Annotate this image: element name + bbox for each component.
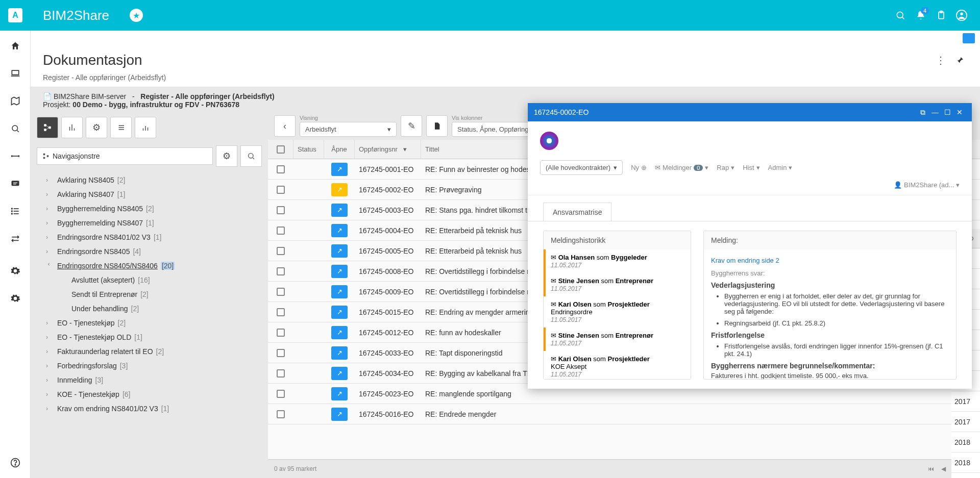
nav-search-button[interactable] <box>240 145 262 167</box>
row-checkbox[interactable] <box>268 324 293 341</box>
tree-item[interactable]: ›Forbedringsforslag [3] <box>31 359 268 373</box>
row-checkbox[interactable] <box>268 406 293 422</box>
history-item[interactable]: ✉ Stine Jensen som Entreprenør11.05.2017 <box>544 328 691 351</box>
tree-mode-button[interactable] <box>37 117 58 138</box>
tree-child-item[interactable]: Sendt til Entreprenør [2] <box>31 287 268 301</box>
open-button[interactable]: ↗ <box>331 367 348 380</box>
th-nr[interactable]: Oppføringsnr ▾ <box>355 140 421 159</box>
open-button[interactable]: ↗ <box>331 387 348 400</box>
tree-item[interactable]: ›Krav om endring NS8401/02 V3 [1] <box>31 401 268 416</box>
contracts-select[interactable]: (Alle hovedkontrakter) ▾ <box>540 160 623 175</box>
timeline-icon[interactable] <box>5 146 26 166</box>
tree-item[interactable]: ›Endringsordre NS8405 [4] <box>31 244 268 259</box>
search-icon[interactable] <box>890 5 911 26</box>
settings-icon[interactable] <box>5 288 26 309</box>
tab-responsibility[interactable]: Ansvarsmatrise <box>543 203 611 221</box>
prev-button[interactable]: ‹ <box>274 115 296 137</box>
clipboard-icon[interactable] <box>931 5 951 26</box>
new-button[interactable]: Ny ⊕ <box>631 164 647 171</box>
history-item[interactable]: ✉ Kari Olsen som ProsjektlederEndringsor… <box>544 296 691 328</box>
minimize-icon[interactable]: — <box>929 106 941 118</box>
popout-icon[interactable]: ⧉ <box>917 106 929 118</box>
messages-button[interactable]: ✉ Meldinger 0 ▾ <box>655 164 708 171</box>
tree-item[interactable]: ›Avklaring NS8405 [2] <box>31 173 268 187</box>
row-checkbox[interactable] <box>268 345 293 361</box>
tree-item[interactable]: ›EO - Tjenestekjøp OLD [1] <box>31 330 268 344</box>
edit-button[interactable]: ✎ <box>401 115 422 137</box>
help-icon[interactable] <box>5 452 26 473</box>
tree-item[interactable]: ›KOE - Tjenestekjøp [6] <box>31 387 268 401</box>
open-button[interactable]: ↗ <box>331 204 348 217</box>
row-checkbox[interactable] <box>268 365 293 382</box>
row-checkbox[interactable] <box>268 263 293 280</box>
tree-item[interactable]: ›EO - Tjenestekjøp [2] <box>31 316 268 330</box>
tree-item[interactable]: ›Endringsordre NS8401/02 V3 [1] <box>31 230 268 244</box>
tree-child-item[interactable]: Avsluttet (akseptert) [16] <box>31 273 268 287</box>
card-icon[interactable] <box>963 33 975 43</box>
tree-item[interactable]: ›Fakturaunderlag relatert til EO [2] <box>31 344 268 359</box>
report-button[interactable]: Rap ▾ <box>717 164 734 171</box>
gear-icon[interactable] <box>5 261 26 281</box>
history-item[interactable]: ✉ Ola Hansen som Byggeleder11.05.2017 <box>544 249 691 273</box>
open-button[interactable]: ↗ <box>331 326 348 339</box>
list-button[interactable] <box>110 117 132 138</box>
history-item[interactable]: ✉ Kari Olsen som ProsjektlederKOE Aksept… <box>544 351 691 379</box>
app-logo-icon[interactable]: A <box>8 8 22 22</box>
account-icon[interactable] <box>951 5 972 26</box>
list-icon[interactable] <box>5 201 26 221</box>
tree-item[interactable]: ›Innmelding [3] <box>31 373 268 387</box>
open-button[interactable]: ↗ <box>331 408 348 421</box>
table-row[interactable]: ↗ 167245-0016-EO RE: Endrede mengder <box>268 404 980 424</box>
chart-button[interactable] <box>61 117 83 138</box>
repeat-icon[interactable] <box>5 229 26 249</box>
laptop-icon[interactable] <box>5 63 26 84</box>
open-button[interactable]: ↗ <box>331 163 348 176</box>
admin-button[interactable]: Admin ▾ <box>768 164 793 171</box>
tree-child-item[interactable]: Under behandling [2] <box>31 301 268 316</box>
comment-icon[interactable] <box>5 173 26 194</box>
open-button[interactable]: ↗ <box>331 183 348 196</box>
stats-button[interactable] <box>135 117 156 138</box>
row-checkbox[interactable] <box>268 243 293 259</box>
search-rail-icon[interactable] <box>5 118 26 139</box>
th-status[interactable]: Status <box>293 140 324 159</box>
maximize-icon[interactable]: ☐ <box>941 106 953 118</box>
open-button[interactable]: ↗ <box>331 306 348 319</box>
pin-icon[interactable] <box>952 53 968 68</box>
map-icon[interactable] <box>5 91 26 111</box>
row-checkbox[interactable] <box>268 182 293 198</box>
tree-item[interactable]: ›Byggherremelding NS8407 [1] <box>31 216 268 230</box>
star-icon[interactable]: ★ <box>130 9 143 22</box>
page-prev-button[interactable]: ◀ <box>937 463 949 475</box>
open-button[interactable]: ↗ <box>331 346 348 360</box>
document-button[interactable] <box>426 115 448 137</box>
tree-item[interactable]: ›Avklaring NS8407 [1] <box>31 187 268 202</box>
history-item[interactable]: ✉ Stine Jensen som Entreprenør11.05.2017 <box>544 273 691 296</box>
close-icon[interactable]: ✕ <box>953 106 966 118</box>
th-open[interactable]: Åpne <box>324 140 355 159</box>
page-first-button[interactable]: ⏮ <box>925 463 937 475</box>
nav-settings-button[interactable]: ⚙ <box>216 145 237 167</box>
row-checkbox[interactable] <box>268 386 293 402</box>
gear-button[interactable]: ⚙ <box>86 117 107 138</box>
row-checkbox[interactable] <box>268 222 293 239</box>
tree-item[interactable]: ›Byggherremelding NS8405 [2] <box>31 202 268 216</box>
row-checkbox[interactable] <box>268 304 293 320</box>
tree-item[interactable]: ⌄Endringsordre NS8405/NS8406 [20] <box>31 259 268 273</box>
detail-link[interactable]: Krav om endring side 2 <box>711 257 779 264</box>
open-button[interactable]: ↗ <box>331 224 348 237</box>
row-checkbox[interactable] <box>268 284 293 300</box>
dialog-user[interactable]: 👤 BIM2Share (ad... ▾ <box>528 179 972 195</box>
dialog-titlebar[interactable]: 167245-0002-EO ⧉ — ☐ ✕ <box>528 103 972 121</box>
open-button[interactable]: ↗ <box>331 285 348 298</box>
history-button[interactable]: Hist ▾ <box>743 164 760 171</box>
view-select[interactable]: Arbeidsflyt▾ <box>300 122 397 137</box>
home-icon[interactable] <box>5 36 26 56</box>
more-vert-icon[interactable]: ⋮ <box>933 53 948 68</box>
row-checkbox[interactable] <box>268 202 293 218</box>
row-checkbox[interactable] <box>268 161 293 178</box>
open-button[interactable]: ↗ <box>331 265 348 278</box>
th-checkbox[interactable] <box>268 140 293 159</box>
bell-icon[interactable]: 4 <box>911 5 931 26</box>
open-button[interactable]: ↗ <box>331 244 348 258</box>
